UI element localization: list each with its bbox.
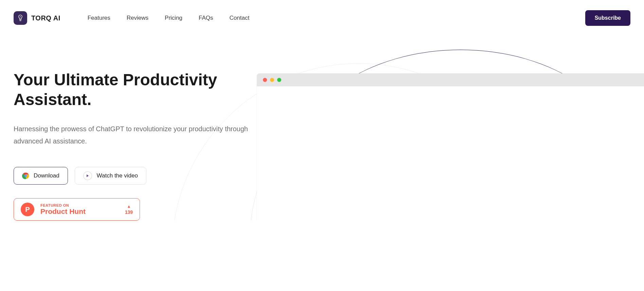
play-icon — [83, 171, 92, 180]
logo-text: TORQ AI — [31, 14, 60, 22]
nav-item-faqs[interactable]: FAQs — [199, 15, 213, 21]
hero-subtitle: Harnessing the prowess of ChatGPT to rev… — [14, 123, 251, 147]
hero-buttons: Download Watch the video — [14, 167, 265, 185]
nav-item-contact[interactable]: Contact — [230, 15, 250, 21]
nav-item-reviews[interactable]: Reviews — [127, 15, 148, 21]
decorative-arc-dark — [291, 50, 630, 221]
browser-window-mockup — [257, 73, 644, 221]
upvote-arrow-icon: ▲ — [127, 204, 131, 209]
browser-header — [257, 73, 644, 86]
producthunt-text: FEATURED ON Product Hunt — [40, 203, 119, 216]
hero-section: Your Ultimate Productivity Assistant. Ha… — [0, 70, 644, 221]
hero-title: Your Ultimate Productivity Assistant. — [14, 70, 265, 109]
watch-label: Watch the video — [97, 172, 138, 179]
decorative-arc-light-1 — [250, 84, 556, 221]
svg-point-3 — [25, 175, 26, 177]
download-button[interactable]: Download — [14, 167, 68, 185]
producthunt-logo-icon: P — [21, 203, 34, 216]
browser-body — [257, 86, 644, 221]
producthunt-vote-count: 139 — [125, 209, 133, 215]
logo-section[interactable]: TORQ AI — [14, 11, 60, 25]
hero-left: Your Ultimate Productivity Assistant. Ha… — [14, 70, 265, 221]
nav-item-pricing[interactable]: Pricing — [165, 15, 182, 21]
watch-video-button[interactable]: Watch the video — [75, 167, 146, 185]
window-minimize-icon — [270, 78, 274, 82]
nav-item-features[interactable]: Features — [88, 15, 110, 21]
logo-icon — [14, 11, 27, 25]
chrome-icon — [22, 172, 30, 179]
subscribe-button[interactable]: Subscribe — [585, 10, 630, 26]
producthunt-badge[interactable]: P FEATURED ON Product Hunt ▲ 139 — [14, 198, 140, 221]
producthunt-name: Product Hunt — [40, 207, 119, 216]
producthunt-featured-label: FEATURED ON — [40, 203, 119, 207]
main-nav: Features Reviews Pricing FAQs Contact — [88, 15, 249, 21]
window-maximize-icon — [277, 78, 281, 82]
producthunt-votes: ▲ 139 — [125, 204, 133, 215]
header: TORQ AI Features Reviews Pricing FAQs Co… — [0, 0, 644, 36]
download-label: Download — [34, 172, 59, 179]
